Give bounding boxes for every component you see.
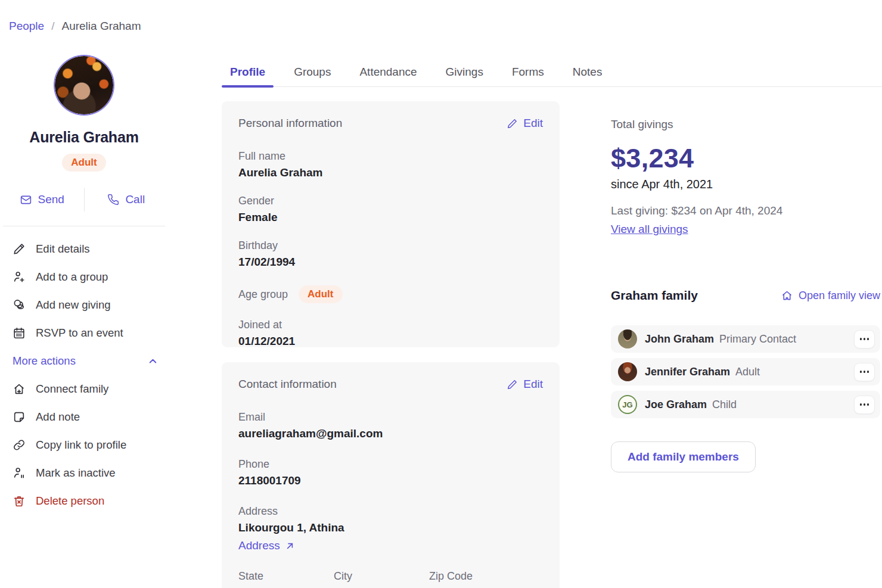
family-section: Graham family Open family view John Grah… [611,288,880,472]
member-role: Child [712,399,737,411]
note-icon [13,410,26,424]
add-new-giving-action[interactable]: Add new giving [13,298,168,312]
open-family-view-label: Open family view [799,290,880,302]
delete-person-action[interactable]: Delete person [13,494,168,508]
total-givings-amount: $3,234 [611,143,880,174]
member-options-button[interactable] [854,363,875,381]
personal-info-title: Personal information [238,117,342,130]
field-value: Female [238,211,543,224]
personal-info-card: Personal information Edit Full name Aure… [222,101,560,347]
person-name: Aurelia Graham [0,129,168,146]
address-link-label: Address [238,539,280,552]
person-sidebar: Aurelia Graham Adult Send Call Edit deta… [0,56,168,508]
address-columns: State City Zip Code [238,570,543,583]
open-family-view-link[interactable]: Open family view [781,290,880,302]
tab-givings[interactable]: Givings [437,57,492,86]
arrow-up-right-icon [285,541,295,551]
field-label: Joined at [238,319,543,331]
person-pause-icon [13,466,26,480]
contact-buttons: Send Call [0,188,168,211]
action-label: Delete person [36,494,104,508]
state-label: State [238,570,334,583]
family-member-row[interactable]: Jennifer Graham Adult [611,358,880,385]
member-avatar [618,362,637,381]
family-members-list: John Graham Primary Contact Jennifer Gra… [611,325,880,418]
breadcrumb-current: Aurelia Graham [61,20,141,33]
person-avatar[interactable] [55,56,113,114]
family-member-row[interactable]: JG Joe Graham Child [611,391,880,418]
view-all-givings-link[interactable]: View all givings [611,223,688,236]
mark-inactive-action[interactable]: Mark as inactive [13,466,168,480]
member-options-button[interactable] [854,396,875,414]
field-label: Address [238,505,543,518]
member-avatar [618,329,637,349]
age-group-badge: Adult [299,285,342,303]
action-label: Copy link to profile [36,438,126,452]
more-actions-label: More actions [13,354,76,368]
age-group-badge: Adult [62,154,105,172]
edit-label: Edit [523,378,543,391]
tab-groups[interactable]: Groups [285,57,339,86]
edit-contact-info-button[interactable]: Edit [507,378,543,391]
rsvp-event-action[interactable]: RSVP to an event [13,326,168,340]
profile-tabs: Profile Groups Attendance Givings Forms … [222,57,882,87]
tab-attendance[interactable]: Attendance [351,57,425,86]
sidebar-divider [3,226,165,226]
send-button[interactable]: Send [0,188,84,211]
tab-notes[interactable]: Notes [564,57,611,86]
birthday-field: Birthday 17/02/1994 [238,239,543,269]
house-pin-icon [781,290,793,302]
address-field: Address Likourgou 1, Athina Address [238,505,543,552]
copy-link-action[interactable]: Copy link to profile [13,438,168,452]
pencil-icon [507,118,518,129]
add-family-members-button[interactable]: Add family members [611,441,756,472]
chevron-up-icon [147,356,159,367]
call-button[interactable]: Call [84,188,169,211]
field-value: aureliagraham@gmail.com [238,427,543,440]
edit-label: Edit [523,117,543,130]
tab-profile[interactable]: Profile [222,57,274,86]
phone-field: Phone 2118001709 [238,458,543,487]
send-label: Send [38,193,64,206]
breadcrumb-separator: / [51,20,54,33]
trash-x-icon [13,494,26,508]
field-value: 2118001709 [238,474,543,487]
add-note-action[interactable]: Add note [13,410,168,424]
edit-details-action[interactable]: Edit details [13,242,168,256]
age-group-field: Age group Adult [238,285,543,303]
member-options-button[interactable] [854,330,875,349]
action-label: Add to a group [36,270,108,284]
field-value: 01/12/2021 [238,335,543,348]
person-add-icon [13,270,26,284]
address-map-link[interactable]: Address [238,539,543,552]
field-value: Aurelia Graham [238,166,543,179]
tab-forms[interactable]: Forms [504,57,552,86]
action-label: RSVP to an event [36,326,123,340]
edit-personal-info-button[interactable]: Edit [507,117,543,130]
member-name: Jennifer Graham [645,366,730,378]
coins-icon [13,298,26,312]
family-member-row[interactable]: John Graham Primary Contact [611,325,880,353]
action-label: Mark as inactive [36,466,116,480]
member-role: Primary Contact [719,333,796,346]
member-name: Joe Graham [645,399,707,411]
givings-since: since Apr 4th, 2021 [611,178,880,191]
quick-actions-list: Edit details Add to a group Add new givi… [13,242,168,508]
zip-label: Zip Code [429,570,524,583]
action-label: Connect family [36,382,108,396]
add-to-group-action[interactable]: Add to a group [13,270,168,284]
breadcrumb-people-link[interactable]: People [9,20,44,33]
connect-family-action[interactable]: Connect family [13,382,168,396]
house-plus-icon [13,382,26,396]
email-field: Email aureliagraham@gmail.com [238,411,543,440]
mail-icon [20,194,32,206]
more-actions-toggle[interactable]: More actions [13,354,168,368]
field-value: Likourgou 1, Athina [238,521,543,534]
total-givings-title: Total givings [611,118,880,131]
member-avatar-initials: JG [618,395,637,414]
field-label: Gender [238,195,543,207]
joined-at-field: Joined at 01/12/2021 [238,319,543,348]
phone-icon [107,194,119,206]
pencil-icon [507,379,518,390]
member-name: John Graham [645,333,714,346]
